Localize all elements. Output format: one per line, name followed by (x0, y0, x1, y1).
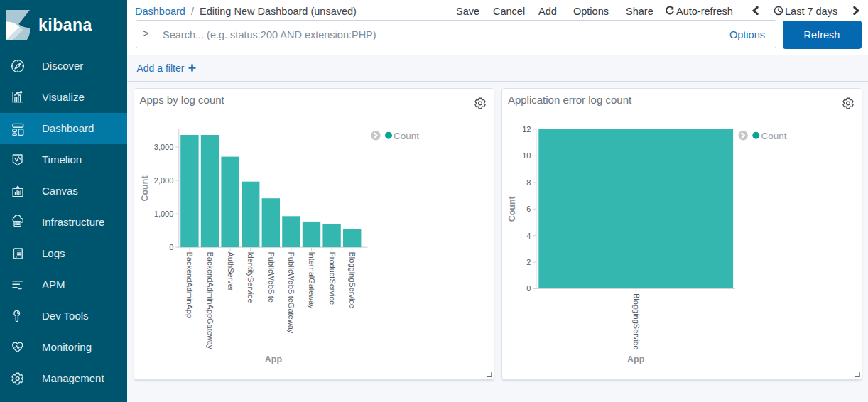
svg-text:IdentityService: IdentityService (246, 251, 255, 303)
svg-text:App: App (264, 354, 282, 364)
svg-text:4: 4 (526, 231, 531, 239)
svg-text:12: 12 (522, 124, 531, 133)
svg-text:Count: Count (507, 195, 517, 222)
svg-text:BloggingService: BloggingService (348, 251, 357, 308)
svg-text:PublicWebSiteGateway: PublicWebSiteGateway (287, 251, 295, 333)
svg-text:App: App (627, 354, 645, 364)
svg-text:InternalGateway: InternalGateway (307, 251, 315, 309)
svg-text:0: 0 (526, 284, 531, 293)
svg-text:Count: Count (394, 130, 419, 141)
svg-text:2: 2 (526, 257, 531, 266)
svg-text:2,000: 2,000 (153, 175, 173, 184)
svg-text:10: 10 (522, 151, 531, 160)
svg-text:6: 6 (526, 205, 531, 213)
svg-text:Count: Count (139, 175, 149, 201)
svg-text:AuthServer: AuthServer (226, 251, 234, 290)
svg-text:3,000: 3,000 (153, 142, 173, 151)
svg-text:ProductService: ProductService (327, 251, 336, 305)
svg-text:0: 0 (169, 242, 173, 251)
svg-text:BackendAdminAppGateway: BackendAdminAppGateway (205, 251, 214, 349)
svg-text:1,000: 1,000 (153, 209, 173, 217)
svg-text:8: 8 (526, 178, 531, 186)
svg-text:Count: Count (761, 130, 786, 141)
svg-text:BackendAdminApp: BackendAdminApp (185, 251, 194, 318)
svg-text:BloggingService: BloggingService (631, 293, 640, 350)
svg-text:PublicWebSite: PublicWebSite (266, 251, 275, 302)
